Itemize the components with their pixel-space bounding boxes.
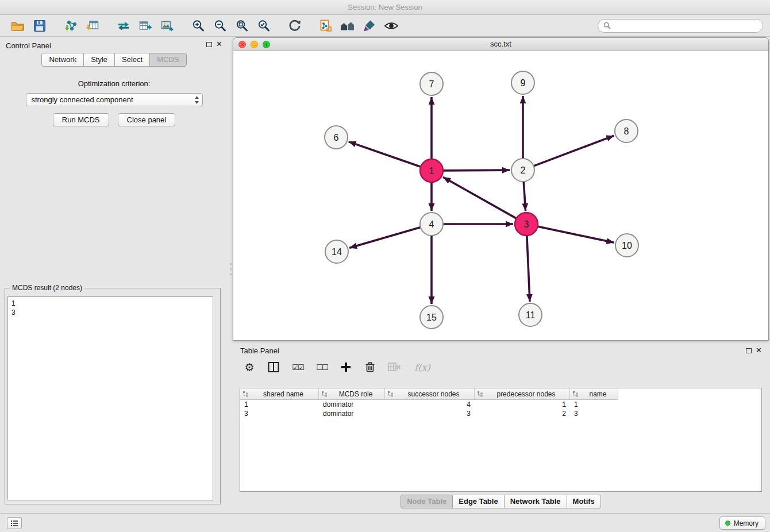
network-window-titlebar[interactable]: ✕ − + scc.txt xyxy=(233,38,768,51)
float-panel-icon[interactable] xyxy=(206,42,212,47)
column-header-label: predecessor nodes xyxy=(485,390,567,398)
status-bar: Memory xyxy=(0,513,770,532)
show-hide-details-button[interactable] xyxy=(380,16,402,36)
graph-edge-3-11[interactable] xyxy=(527,234,530,302)
graph-edge-1-6[interactable] xyxy=(349,142,422,167)
graph-edge-4-14[interactable] xyxy=(349,227,422,248)
float-table-panel-icon[interactable] xyxy=(746,348,752,353)
application-window: Session: New Session xyxy=(0,0,770,532)
graph-node-label: 8 xyxy=(624,126,629,136)
graph-edge-1-2[interactable] xyxy=(442,170,510,171)
tab-motifs[interactable]: Motifs xyxy=(567,495,601,508)
select-all-icon: ☑☑ xyxy=(292,363,303,372)
graph-edge-2-8[interactable] xyxy=(533,136,614,167)
open-file-button[interactable] xyxy=(7,16,29,36)
tab-network-table[interactable]: Network Table xyxy=(504,495,567,508)
optimization-criterion-value: strongly connected component xyxy=(32,95,133,104)
zoom-in-button[interactable] xyxy=(187,16,209,36)
export-image-button[interactable] xyxy=(156,16,178,36)
graph-edge-3-10[interactable] xyxy=(537,226,614,243)
table-panel-tabs: Node Table Edge Table Network Table Moti… xyxy=(233,495,769,508)
fx-icon: f(x) xyxy=(414,362,430,373)
vertical-splitter[interactable] xyxy=(229,263,232,286)
table-cell[interactable]: dominator xyxy=(319,400,385,408)
export-network-button[interactable] xyxy=(113,16,134,36)
table-cell[interactable]: 3 xyxy=(570,410,618,418)
optimization-criterion-label: Optimization criterion: xyxy=(0,79,228,88)
tab-style[interactable]: Style xyxy=(83,53,115,67)
new-network-from-selection-button[interactable] xyxy=(315,16,337,36)
zoom-selected-button[interactable] xyxy=(253,16,275,36)
show-columns-button[interactable] xyxy=(266,360,281,375)
graph-edge-3-1[interactable] xyxy=(443,177,517,219)
network-canvas[interactable]: 7968124314101511 xyxy=(233,51,768,340)
graph-edge-2-3[interactable] xyxy=(523,180,525,211)
table-settings-button[interactable]: ⚙ xyxy=(242,360,257,375)
export-table-button[interactable] xyxy=(134,16,156,36)
table-cell[interactable]: 1 xyxy=(475,400,570,408)
export-table-icon xyxy=(138,18,153,33)
tab-node-table[interactable]: Node Table xyxy=(401,495,453,508)
title-bar: Session: New Session xyxy=(0,0,770,15)
tab-edge-table[interactable]: Edge Table xyxy=(452,495,504,508)
table-header-row: shared name MCDS role successor nodes pr… xyxy=(240,388,618,400)
style-brush-button[interactable] xyxy=(359,16,380,36)
table-cell[interactable]: dominator xyxy=(319,410,385,418)
home-button[interactable] xyxy=(337,16,359,36)
search-box[interactable] xyxy=(598,19,763,33)
table-panel-header: Table Panel ✕ xyxy=(233,343,769,357)
import-network-icon xyxy=(63,18,78,33)
column-header-shared-name[interactable]: shared name xyxy=(240,388,319,399)
close-table-panel-icon[interactable]: ✕ xyxy=(756,346,762,354)
table-cell[interactable]: 3 xyxy=(385,410,475,418)
column-type-icon xyxy=(387,391,394,397)
table-row[interactable]: 3dominator323 xyxy=(240,409,618,418)
graph-node-label: 10 xyxy=(622,241,632,250)
tab-select[interactable]: Select xyxy=(114,53,150,67)
window-title: Session: New Session xyxy=(348,3,422,11)
mcds-result-list[interactable]: 13 xyxy=(7,296,213,500)
import-network-button[interactable] xyxy=(60,16,82,36)
table-cell[interactable]: 2 xyxy=(475,410,570,418)
close-panel-button[interactable]: Close panel xyxy=(118,113,176,126)
graph-node-label: 7 xyxy=(429,79,434,89)
column-header-label: name xyxy=(580,390,615,398)
column-header-name[interactable]: name xyxy=(570,388,618,399)
delete-column-button[interactable] xyxy=(387,360,402,375)
optimization-criterion-select[interactable]: strongly connected component xyxy=(26,93,203,106)
deselect-all-rows-button[interactable]: ☐☐ xyxy=(314,360,329,375)
save-icon xyxy=(32,18,47,33)
table-cell[interactable]: 4 xyxy=(385,400,475,408)
save-session-button[interactable] xyxy=(29,16,51,36)
show-panels-button[interactable] xyxy=(7,517,22,529)
add-row-button[interactable] xyxy=(338,360,353,375)
search-input[interactable] xyxy=(614,21,757,30)
table-row[interactable]: 1dominator411 xyxy=(240,400,618,409)
zoom-out-button[interactable] xyxy=(209,16,231,36)
table-cell[interactable]: 1 xyxy=(570,400,618,408)
minimize-window-button[interactable]: − xyxy=(251,41,258,48)
table-cell[interactable]: 1 xyxy=(240,400,319,408)
mcds-result-group: MCDS result (2 nodes) 13 xyxy=(5,284,221,504)
tab-network[interactable]: Network xyxy=(41,53,84,67)
tab-mcds[interactable]: MCDS xyxy=(149,53,186,67)
maximize-window-button[interactable]: + xyxy=(263,41,270,48)
column-header-mcds-role[interactable]: MCDS role xyxy=(319,388,385,399)
network-window-title: scc.txt xyxy=(490,40,511,48)
close-window-button[interactable]: ✕ xyxy=(238,41,246,48)
zoom-fit-icon xyxy=(234,18,249,33)
memory-button[interactable]: Memory xyxy=(719,516,765,530)
memory-label: Memory xyxy=(734,519,759,527)
zoom-fit-button[interactable] xyxy=(231,16,253,36)
run-mcds-button[interactable]: Run MCDS xyxy=(53,113,109,126)
table-cell[interactable]: 3 xyxy=(240,410,319,418)
column-type-icon xyxy=(321,391,328,397)
select-all-rows-button[interactable]: ☑☑ xyxy=(290,360,305,375)
column-header-predecessor-nodes[interactable]: predecessor nodes xyxy=(475,388,570,399)
column-header-successor-nodes[interactable]: successor nodes xyxy=(385,388,475,399)
function-builder-button[interactable]: f(x) xyxy=(411,360,434,375)
refresh-button[interactable] xyxy=(284,16,306,36)
close-panel-icon[interactable]: ✕ xyxy=(216,40,222,48)
import-table-button[interactable] xyxy=(82,16,103,36)
delete-row-button[interactable] xyxy=(363,360,378,375)
